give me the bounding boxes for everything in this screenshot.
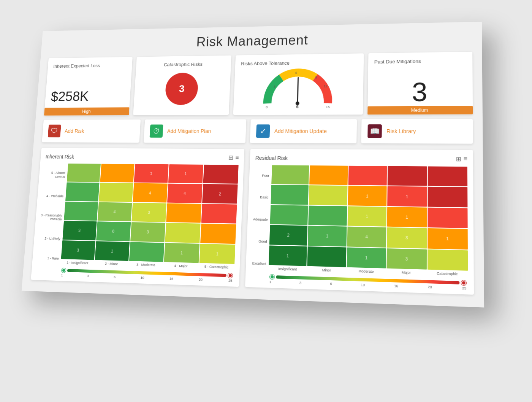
rr-cell-4-1[interactable] (307, 246, 346, 267)
pdm-badge: Medium (367, 106, 473, 114)
kpi-row: Inherent Expected Loss $258K High Catast… (44, 51, 473, 115)
ir-cell-1-4[interactable]: 2 (202, 184, 238, 203)
rr-cell-3-1[interactable]: 1 (308, 226, 347, 246)
rr-cell-0-4[interactable] (428, 166, 467, 186)
inherent-risk-title: Inherent Risk (45, 153, 74, 159)
ir-cell-2-1[interactable]: 4 (97, 202, 132, 221)
rlegend-num-10: 10 (361, 283, 365, 287)
ir-cell-1-1[interactable] (99, 183, 133, 202)
rr-cell-2-3[interactable]: 1 (387, 207, 427, 227)
catastrophic-value: 3 (165, 72, 199, 105)
catastrophic-card: Catastrophic Risks 3 (133, 55, 231, 115)
rr-cell-0-1[interactable] (309, 165, 348, 185)
svg-line-6 (297, 78, 298, 103)
iel-value: $258K (50, 86, 125, 110)
legend-num-25: 25 (228, 278, 232, 283)
rr-cell-1-1[interactable] (309, 185, 347, 205)
risk-library-label: Risk Library (386, 128, 416, 134)
ir-cell-1-0[interactable] (65, 182, 100, 201)
rr-cell-1-2[interactable]: 1 (348, 186, 387, 206)
ir-cell-3-3[interactable] (165, 223, 200, 243)
ir-cell-3-4[interactable] (200, 223, 236, 243)
rlegend-num-25: 25 (462, 286, 466, 290)
ir-cell-2-4[interactable] (201, 203, 237, 223)
rr-cell-3-2[interactable]: 4 (347, 226, 386, 247)
rr-cell-0-3[interactable] (388, 166, 427, 186)
rx-label-2: Minor (307, 267, 347, 272)
rr-cell-2-1[interactable] (308, 205, 347, 226)
rlegend-num-6: 6 (330, 282, 332, 286)
charts-row: Inherent Risk ⊞ ≡ 5 - AlmostCertain 4 - … (31, 148, 474, 295)
inherent-risk-controls[interactable]: ⊞ ≡ (228, 154, 239, 161)
rr-cell-3-4[interactable]: 1 (428, 228, 468, 249)
legend-num-16: 16 (169, 276, 173, 280)
page-title: Risk Management (49, 29, 472, 52)
ir-cell-2-3[interactable] (166, 203, 201, 223)
pdm-card: Past Due Mitigations 3 Medium (367, 51, 473, 114)
svg-text:6: 6 (296, 104, 298, 109)
legend-num-20: 20 (199, 278, 203, 282)
add-risk-button[interactable]: 🛡 Add Risk (42, 119, 141, 143)
rr-cell-0-0[interactable] (271, 165, 309, 184)
ir-cell-2-0[interactable] (64, 202, 98, 221)
x-label-3: 3 - Moderate (128, 262, 163, 267)
residual-risk-header: Residual Risk ⊞ ≡ (255, 154, 467, 163)
ir-cell-3-1[interactable]: 8 (96, 221, 131, 241)
pdm-title: Past Due Mitigations (374, 57, 466, 64)
risk-library-icon: 📖 (367, 124, 382, 138)
y-label-2: 2 - Unlikely (39, 236, 60, 241)
y-label-good: Good (252, 239, 267, 243)
ir-cell-1-3[interactable]: 4 (167, 184, 203, 203)
ir-cell-4-4[interactable]: 1 (200, 243, 236, 264)
table-icon[interactable]: ⊞ (228, 154, 233, 161)
ir-cell-0-4[interactable] (203, 164, 238, 183)
rx-label-5: Catastrophic (427, 271, 468, 276)
table-icon-2[interactable]: ⊞ (456, 155, 461, 163)
ir-cell-2-2[interactable]: 3 (131, 202, 166, 222)
rr-cell-2-4[interactable] (428, 207, 468, 228)
inherent-risk-grid: 11442433833111 (61, 164, 239, 264)
ir-cell-3-2[interactable]: 3 (130, 222, 165, 242)
rr-cell-1-4[interactable] (428, 187, 467, 207)
rr-cell-0-2[interactable] (348, 165, 387, 185)
ir-cell-4-3[interactable]: 1 (164, 243, 200, 263)
risk-library-button[interactable]: 📖 Risk Library (361, 119, 473, 143)
ir-cell-0-2[interactable]: 1 (134, 164, 168, 183)
ir-cell-0-1[interactable] (100, 164, 134, 182)
rr-cell-3-0[interactable]: 2 (269, 225, 307, 245)
add-mitigation-update-button[interactable]: ✓ Add Mitigation Update (250, 119, 357, 143)
rr-cell-4-0[interactable]: 1 (268, 245, 307, 266)
add-mitigation-plan-button[interactable]: ⏱ Add Mitigation Plan (144, 119, 246, 143)
residual-risk-grid: 111121431113 (268, 165, 468, 271)
rlegend-num-20: 20 (428, 285, 432, 289)
gauge-svg: 0 3 6 9 12 15 6 (260, 68, 336, 109)
rr-cell-3-3[interactable]: 3 (387, 227, 427, 248)
ir-cell-0-3[interactable]: 1 (168, 164, 203, 183)
ir-cell-4-2[interactable] (129, 242, 165, 262)
ir-cell-4-1[interactable]: 1 (95, 241, 130, 261)
legend-dot-start (61, 268, 66, 272)
catastrophic-title: Catastrophic Risks (164, 61, 203, 67)
svg-text:3: 3 (273, 84, 275, 88)
menu-icon-2[interactable]: ≡ (464, 155, 467, 163)
rr-cell-1-0[interactable] (271, 185, 309, 205)
menu-icon[interactable]: ≡ (235, 154, 239, 161)
residual-risk-controls[interactable]: ⊞ ≡ (456, 155, 467, 163)
rlegend-num-1: 1 (269, 280, 271, 284)
iel-title: Inherent Expected Loss (53, 62, 127, 68)
legend-num-3: 3 (87, 274, 89, 278)
rr-cell-4-3[interactable]: 3 (386, 248, 426, 269)
ir-cell-3-0[interactable]: 3 (62, 221, 97, 240)
legend-dot-end (228, 273, 233, 278)
ir-cell-1-2[interactable]: 4 (133, 183, 168, 202)
y-label-poor: Poor (255, 173, 269, 178)
rr-cell-4-2[interactable]: 1 (347, 247, 386, 269)
ir-cell-4-0[interactable]: 3 (61, 240, 95, 260)
rr-cell-4-4[interactable] (428, 249, 468, 271)
rr-cell-2-0[interactable] (270, 205, 308, 225)
rr-cell-2-2[interactable]: 1 (347, 206, 386, 227)
ir-cell-0-0[interactable] (66, 164, 100, 182)
svg-text:12: 12 (323, 84, 327, 88)
x-label-5: 5 - Catastrophic (198, 264, 234, 269)
rr-cell-1-3[interactable]: 1 (387, 186, 427, 206)
